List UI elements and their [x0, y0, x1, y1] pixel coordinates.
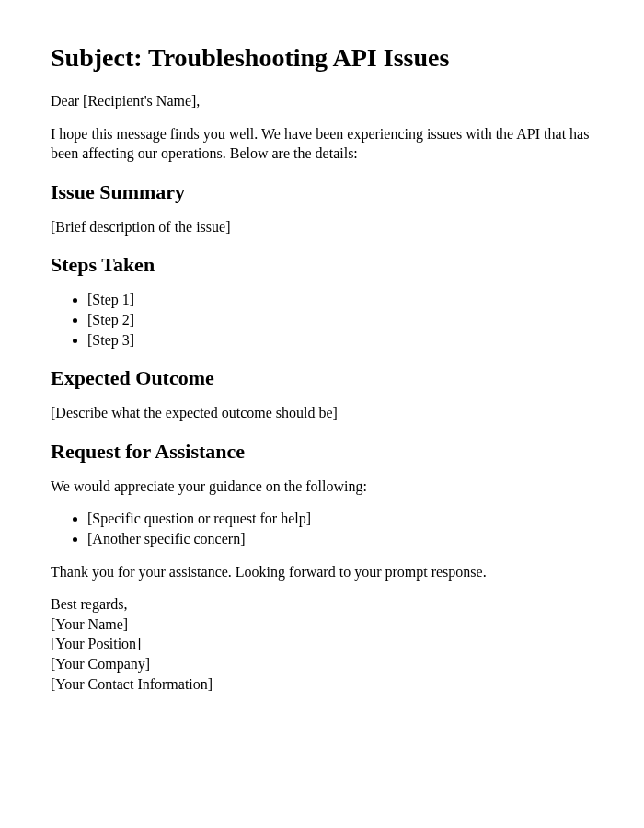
greeting: Dear [Recipient's Name], — [51, 91, 593, 111]
signoff-contact: [Your Contact Information] — [51, 674, 593, 695]
list-item: [Step 1] — [87, 290, 593, 310]
signoff-company: [Your Company] — [51, 654, 593, 674]
issue-summary-heading: Issue Summary — [51, 180, 593, 204]
steps-taken-list: [Step 1] [Step 2] [Step 3] — [87, 290, 593, 350]
expected-outcome-heading: Expected Outcome — [51, 366, 593, 390]
signoff-name: [Your Name] — [51, 615, 593, 635]
steps-taken-heading: Steps Taken — [51, 253, 593, 277]
document-page: Subject: Troubleshooting API Issues Dear… — [17, 17, 627, 811]
expected-outcome-body: [Describe what the expected outcome shou… — [51, 403, 593, 423]
request-assistance-intro: We would appreciate your guidance on the… — [51, 477, 593, 497]
subject-heading: Subject: Troubleshooting API Issues — [51, 43, 593, 73]
issue-summary-body: [Brief description of the issue] — [51, 217, 593, 237]
list-item: [Step 3] — [87, 330, 593, 351]
signoff-block: Best regards, [Your Name] [Your Position… — [51, 594, 593, 694]
list-item: [Specific question or request for help] — [87, 509, 593, 529]
signoff-regards: Best regards, — [51, 594, 593, 615]
list-item: [Step 2] — [87, 310, 593, 330]
thanks-paragraph: Thank you for your assistance. Looking f… — [51, 562, 593, 582]
signoff-position: [Your Position] — [51, 634, 593, 654]
list-item: [Another specific concern] — [87, 529, 593, 549]
request-assistance-list: [Specific question or request for help] … — [87, 509, 593, 548]
request-assistance-heading: Request for Assistance — [51, 440, 593, 464]
intro-paragraph: I hope this message finds you well. We h… — [51, 124, 593, 164]
